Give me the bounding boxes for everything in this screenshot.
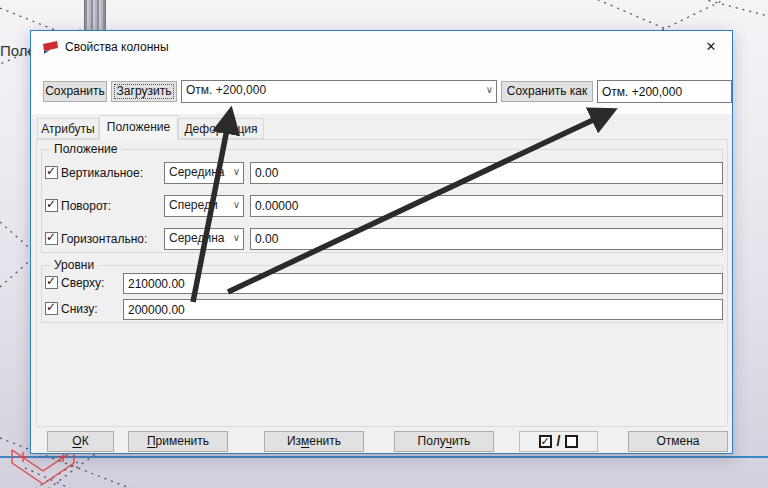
vertical-label: Вертикальное: xyxy=(61,166,143,180)
levels-group-title: Уровни xyxy=(50,258,98,272)
rotation-position-select[interactable]: Спереди ∨ xyxy=(164,195,244,217)
apply-button[interactable]: Применить xyxy=(128,431,228,452)
horizontal-position-select[interactable]: Середина ∨ xyxy=(164,228,244,250)
vertical-position-value: Середина xyxy=(169,165,227,179)
check-icon: ✓ xyxy=(46,300,56,314)
tekla-app-icon xyxy=(42,39,59,55)
level-top-checkbox[interactable]: ✓ xyxy=(45,276,58,289)
chevron-down-icon: ∨ xyxy=(486,84,493,95)
rotation-checkbox[interactable]: ✓ xyxy=(45,199,58,212)
save-as-button[interactable]: Сохранить как xyxy=(501,81,593,102)
vertical-position-select[interactable]: Середина ∨ xyxy=(164,162,244,184)
check-icon: ✓ xyxy=(46,164,56,178)
level-top-input[interactable] xyxy=(123,273,723,294)
save-as-name-input[interactable] xyxy=(597,80,732,103)
toggle-slash: / xyxy=(557,432,561,451)
check-icon: ✓ xyxy=(46,274,56,288)
chevron-down-icon: ∨ xyxy=(233,166,240,177)
profile-select-value: Отм. +200,000 xyxy=(186,83,480,97)
level-bottom-input[interactable] xyxy=(123,299,723,320)
horizontal-offset-input[interactable] xyxy=(250,228,723,250)
rotation-label: Поворот: xyxy=(61,199,111,213)
level-bottom-checkbox[interactable]: ✓ xyxy=(45,302,58,315)
horizontal-label: Горизонтально: xyxy=(61,232,147,246)
tab-deformation[interactable]: Деформация xyxy=(178,118,264,139)
dialog-title: Свойства колонны xyxy=(65,40,169,54)
check-icon: ✓ xyxy=(46,230,56,244)
model-column-part[interactable] xyxy=(84,0,106,34)
modify-button[interactable]: Изменить xyxy=(264,431,364,452)
vertical-checkbox[interactable]: ✓ xyxy=(45,166,58,179)
level-top-label: Сверху: xyxy=(61,276,104,290)
save-button[interactable]: Сохранить xyxy=(43,81,107,102)
profile-select[interactable]: Отм. +200,000 ∨ xyxy=(181,80,497,103)
tekla-model-view: { "colors": { "window_border": "#2e7fc2"… xyxy=(0,0,768,488)
position-group-title: Положение xyxy=(50,142,121,156)
close-icon[interactable]: ✕ xyxy=(695,35,727,59)
chevron-down-icon: ∨ xyxy=(233,232,240,243)
toggle-all-checkboxes-button[interactable]: ✓/ xyxy=(519,431,598,452)
ok-button[interactable]: ОК xyxy=(47,431,114,452)
load-button[interactable]: Загрузить xyxy=(111,81,177,102)
horizontal-position-value: Середина xyxy=(169,231,227,245)
rotation-offset-input[interactable] xyxy=(250,195,723,217)
get-button[interactable]: Получить xyxy=(394,431,494,452)
column-properties-dialog: Свойства колонны ✕ Сохранить Загрузить О… xyxy=(30,30,733,454)
tab-attributes[interactable]: Атрибуты xyxy=(37,118,99,139)
unchecked-box-icon xyxy=(565,435,578,448)
rotation-position-value: Спереди xyxy=(169,198,227,212)
red-wireframe-part[interactable] xyxy=(12,450,74,484)
check-icon: ✓ xyxy=(46,197,56,211)
vertical-offset-input[interactable] xyxy=(250,162,723,184)
modify-label: Из xyxy=(287,434,301,448)
model-view-text-label: Поле xyxy=(0,42,33,60)
chevron-down-icon: ∨ xyxy=(233,199,240,210)
checked-box-icon: ✓ xyxy=(539,435,552,448)
get-label: Полу xyxy=(418,434,446,448)
level-bottom-label: Снизу: xyxy=(61,302,98,316)
horizontal-checkbox[interactable]: ✓ xyxy=(45,232,58,245)
tab-position[interactable]: Положение xyxy=(99,115,178,140)
cancel-button[interactable]: Отмена xyxy=(628,431,728,452)
